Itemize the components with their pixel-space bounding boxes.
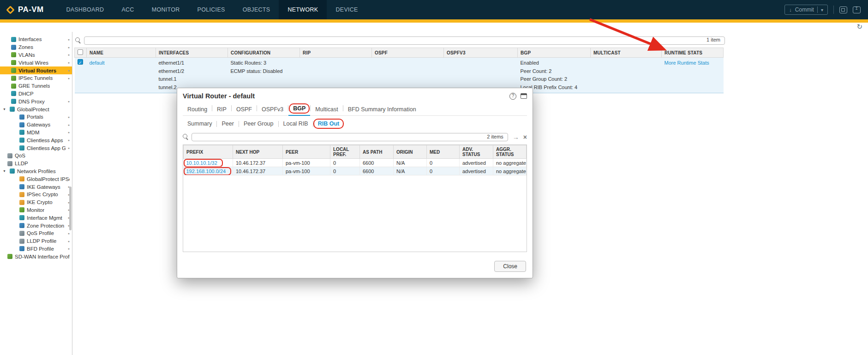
sidebar-item-clientless-apps[interactable]: Clientless Apps [0, 136, 72, 144]
col-multicast: MULTICAST [591, 48, 662, 58]
tab-bgp[interactable]: BGP [288, 103, 310, 116]
cell-next-hop: 10.46.172.37 [233, 159, 283, 167]
commit-label: Commit [795, 6, 814, 13]
globalprotect-icon [10, 107, 15, 112]
col-med: MED [427, 145, 460, 159]
prefix-link[interactable]: 10.10.10.1/32 [186, 160, 217, 166]
select-all-checkbox[interactable] [78, 49, 83, 55]
items-count: 1 item [706, 37, 720, 42]
tab-multicast[interactable]: Multicast [311, 104, 342, 116]
sidebar-item-vlans[interactable]: VLANs [0, 51, 72, 59]
sidebar-item-mdm[interactable]: MDM [0, 129, 72, 137]
tab-rip[interactable]: RIP [212, 104, 231, 116]
sidebar-item-dns-proxy[interactable]: DNS Proxy [0, 97, 72, 105]
sidebar-scrollbar[interactable] [69, 187, 72, 230]
sidebar-item-monitor[interactable]: Monitor [0, 206, 72, 214]
dialog-items-count: 2 items [487, 134, 503, 139]
subtab-rib-out[interactable]: RIB Out [313, 120, 344, 128]
table-row[interactable]: 10.10.10.1/32 10.46.172.37 pa-vm-100 0 6… [184, 159, 527, 167]
submenu-dot [68, 240, 70, 243]
more-runtime-stats-link[interactable]: More Runtime Stats [664, 60, 709, 66]
sidebar-item-zones[interactable]: Zones [0, 43, 72, 51]
sidebar-item-sdwan-interface-profile[interactable]: SD-WAN Interface Profile [0, 253, 72, 260]
apply-filter-icon[interactable] [513, 133, 519, 141]
sidebar-item-virtual-wires[interactable]: Virtual Wires [0, 59, 72, 66]
sidebar-item-portals[interactable]: Portals [0, 113, 72, 121]
window-icon[interactable] [521, 93, 527, 99]
router-name-link[interactable]: default [90, 60, 105, 66]
submenu-dot [68, 69, 70, 72]
nav-network[interactable]: NETWORK [279, 0, 327, 19]
submenu-dot [68, 115, 70, 119]
rib-out-table-container: PREFIX NEXT HOP PEER LOCAL PREF. AS PATH… [183, 144, 527, 252]
cell-as-path: 6600 [360, 159, 394, 167]
refresh-icon[interactable] [856, 23, 862, 31]
nav-policies[interactable]: POLICIES [189, 0, 234, 19]
sidebar-item-gp-ipsec-crypto[interactable]: GlobalProtect IPSec Crypto [0, 175, 72, 183]
row-checkbox[interactable] [78, 59, 83, 65]
tab-routing[interactable]: Routing [183, 104, 212, 116]
sidebar-item-lldp[interactable]: LLDP [0, 160, 72, 168]
sidebar-item-interfaces[interactable]: Interfaces [0, 36, 72, 43]
sidebar-item-clientless-app-groups[interactable]: Clientless App Groups [0, 144, 72, 152]
col-next-hop: NEXT HOP [233, 145, 283, 159]
submenu-dot [68, 123, 70, 126]
sidebar-item-dhcp[interactable]: DHCP [0, 90, 72, 98]
header-divider [833, 6, 834, 14]
nav-objects[interactable]: OBJECTS [234, 0, 279, 19]
subtab-peer[interactable]: Peer [217, 120, 238, 128]
help-icon[interactable] [509, 93, 516, 100]
sidebar-item-qos[interactable]: QoS [0, 152, 72, 160]
sidebar-item-ipsec-tunnels[interactable]: IPSec Tunnels [0, 74, 72, 82]
sidebar-item-lldp-profile[interactable]: LLDP Profile [0, 237, 72, 245]
cell-adv-status: advertised [460, 159, 493, 167]
zone-protection-icon [19, 223, 24, 228]
subtab-peer-group[interactable]: Peer Group [239, 120, 278, 128]
sidebar-item-ike-crypto[interactable]: IKE Crypto [0, 199, 72, 206]
header-right: Commit [784, 0, 868, 19]
cell-med: 0 [427, 159, 460, 167]
clear-filter-icon[interactable] [523, 133, 527, 141]
close-button[interactable]: Close [494, 261, 526, 272]
sidebar-item-ipsec-crypto[interactable]: IPSec Crypto [0, 191, 72, 199]
sidebar-item-gateways[interactable]: Gateways [0, 121, 72, 129]
tab-ospfv3[interactable]: OSPFv3 [257, 104, 288, 116]
subtab-summary[interactable]: Summary [183, 120, 216, 128]
dialog-search-input[interactable] [192, 133, 508, 141]
subtab-local-rib[interactable]: Local RIB [279, 120, 313, 128]
commit-button[interactable]: Commit [784, 5, 828, 15]
dns-proxy-icon [11, 99, 16, 104]
tab-ospf[interactable]: OSPF [232, 104, 257, 116]
sidebar-item-ike-gateways[interactable]: IKE Gateways [0, 183, 72, 191]
sidebar-item-network-profiles[interactable]: Network Profiles [0, 168, 72, 175]
chevron-down-icon[interactable] [3, 169, 7, 173]
sidebar-item-interface-mgmt[interactable]: Interface Mgmt [0, 214, 72, 222]
sidebar-item-globalprotect[interactable]: GlobalProtect [0, 105, 72, 113]
chevron-down-icon[interactable] [3, 108, 7, 111]
nav-dashboard[interactable]: DASHBOARD [58, 0, 113, 19]
col-adv-status: ADV. STATUS [460, 145, 493, 159]
sidebar-item-virtual-routers[interactable]: Virtual Routers [0, 66, 72, 74]
sidebar-item-bfd-profile[interactable]: BFD Profile [0, 245, 72, 253]
prefix-link[interactable]: 192.168.100.0/24 [186, 168, 226, 174]
tab-bfd-summary[interactable]: BFD Summary Information [343, 104, 421, 116]
main-nav: DASHBOARD ACC MONITOR POLICIES OBJECTS N… [58, 0, 367, 19]
submenu-dot [68, 138, 70, 142]
col-name: NAME [87, 48, 156, 58]
submenu-dot [68, 247, 70, 250]
nav-monitor[interactable]: MONITOR [143, 0, 189, 19]
sidebar-item-qos-profile[interactable]: QoS Profile [0, 229, 72, 237]
search-input[interactable] [84, 36, 725, 45]
save-config-icon[interactable] [839, 6, 847, 13]
nav-acc[interactable]: ACC [113, 0, 143, 19]
sidebar-item-gre-tunnels[interactable]: GRE Tunnels [0, 82, 72, 90]
col-prefix: PREFIX [184, 145, 233, 159]
search-icon [75, 37, 81, 43]
sidebar-item-zone-protection[interactable]: Zone Protection [0, 222, 72, 229]
nav-device[interactable]: DEVICE [327, 0, 366, 19]
ike-gateways-icon [19, 184, 24, 189]
gre-tunnels-icon [11, 84, 16, 89]
vlans-icon [11, 52, 16, 57]
table-row[interactable]: 192.168.100.0/24 10.46.172.37 pa-vm-100 … [184, 167, 527, 175]
tasks-icon[interactable] [853, 6, 861, 13]
